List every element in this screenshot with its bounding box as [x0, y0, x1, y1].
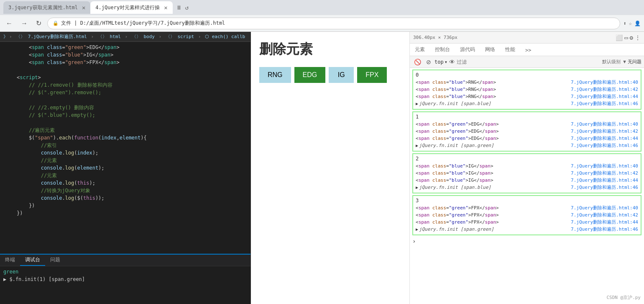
devtools-panel: 306.40px × 736px ⬜ ▭ ⚙ ⋮ 元素 控制台 源代码 网络 性… — [410, 32, 644, 304]
refresh-icon[interactable]: ↺ — [185, 4, 189, 11]
console-entry: <span class="green">EDG</span> 7.jQuery删… — [416, 121, 638, 128]
entry-link[interactable]: 7.jQuery删除和遍历.html:44 — [571, 135, 638, 142]
console-output: green ▶ $.fn.init(1) [span.green] — [0, 266, 250, 304]
console-entry: <span class="green">FPX</span> 7.jQuery删… — [416, 211, 638, 219]
rng-button[interactable]: RNG — [259, 67, 291, 83]
more-icon[interactable]: ⋮ — [635, 34, 641, 41]
tab-2-close[interactable]: ✕ — [164, 4, 167, 11]
entry-link[interactable]: 7.jQuery删除和遍历.html:46 — [571, 226, 638, 232]
entry-text: <span class="blue">IG</span> — [416, 163, 493, 169]
tab-1[interactable]: 3.jquery获取元素属性.html ✕ — [3, 1, 90, 14]
code-line: //元素 — [0, 157, 250, 164]
device-icon[interactable]: ▭ — [624, 34, 628, 41]
inspect-icon[interactable]: ⬜ — [616, 34, 623, 41]
console-prompt: › — [410, 237, 644, 245]
entry-link[interactable]: 7.jQuery删除和遍历.html:42 — [571, 170, 638, 176]
console-entry: ▶jQuery.fn.init [span.blue] 7.jQuery删除和遍… — [416, 184, 638, 191]
code-line: <span class="green">EDG</span> — [0, 44, 250, 51]
code-line: // //2.empty() 删除内容 — [0, 104, 250, 111]
entry-link[interactable]: 7.jQuery删除和遍历.html:40 — [571, 121, 638, 127]
debug-tab[interactable]: 调试台 — [20, 255, 45, 266]
code-line: <script> — [0, 74, 250, 81]
issues-tab[interactable]: 问题 — [45, 255, 65, 266]
settings-icon[interactable]: ⚙ — [630, 34, 633, 41]
entry-link[interactable]: 7.jQuery删除和遍历.html:44 — [571, 219, 638, 225]
entry-italic: jQuery.fn.init [span.green] — [419, 227, 494, 232]
group-index-1: 1 — [416, 114, 638, 120]
level-label[interactable]: 默认级别 ▼ — [602, 59, 626, 65]
main-area: 》› 〈〉 7.jQuery删除和遍历.html › 〈〉 html › 〈〉 … — [0, 32, 644, 304]
bookmark-icon[interactable]: ☆ — [629, 21, 632, 26]
entry-link[interactable]: 7.jQuery删除和遍历.html:40 — [571, 163, 638, 169]
elements-tab[interactable]: 元素 — [410, 44, 430, 56]
code-line: console.log(element); — [0, 164, 250, 172]
entry-text: <span class="blue">RNG</span> — [416, 87, 496, 92]
more-tabs[interactable]: >> — [520, 46, 536, 56]
dimensions-text: 306.40px × 736px — [413, 35, 457, 40]
sources-tab[interactable]: 源代码 — [455, 44, 480, 56]
no-errors-button[interactable]: ⊘ — [424, 58, 433, 66]
network-tab[interactable]: 网络 — [480, 44, 500, 56]
ig-button[interactable]: IG — [329, 67, 354, 83]
expand-icon[interactable]: ▶ — [416, 143, 418, 148]
prompt-input[interactable] — [417, 238, 641, 244]
console-entry: <span class="blue">RNG</span> 7.jQuery删除… — [416, 86, 638, 93]
tab-1-close[interactable]: ✕ — [82, 4, 85, 11]
console-group-2: 2 <span class="blue">IG</span> 7.jQuery删… — [412, 153, 641, 193]
console-entry: <span class="blue">IG</span> 7.jQuery删除和… — [416, 177, 638, 184]
entry-link[interactable]: 7.jQuery删除和遍历.html:40 — [571, 79, 638, 85]
tab-2[interactable]: 4.jQuery对元素样式进行操 ✕ — [90, 1, 172, 14]
entry-text: <span class="green">FPX</span> — [416, 212, 499, 218]
entry-italic: jQuery.fn.init [span.blue] — [419, 185, 491, 190]
code-line: console.log(this); — [0, 179, 250, 187]
entry-link[interactable]: 7.jQuery删除和遍历.html:42 — [571, 86, 638, 93]
console-entry: <span class="blue">RNG</span> 7.jQuery删除… — [416, 79, 638, 86]
forward-button[interactable]: → — [18, 18, 30, 29]
expand-icon[interactable]: ▶ — [416, 185, 418, 190]
group-index-3: 3 — [416, 198, 638, 204]
console-tab-bar: 终端 调试台 问题 — [0, 255, 250, 266]
code-line: $("span").each(function(index,element){ — [0, 134, 250, 142]
code-line: //转换为jQuery对象 — [0, 187, 250, 194]
issues-button[interactable]: 无问题 — [628, 59, 641, 65]
console-group-0: 0 <span class="blue">RNG</span> 7.jQuery… — [412, 70, 641, 110]
performance-tab[interactable]: 性能 — [500, 44, 520, 56]
code-line: //遍历元素 — [0, 126, 250, 134]
entry-text: <span class="green">EDG</span> — [416, 129, 499, 134]
devtools-top-bar: 306.40px × 736px ⬜ ▭ ⚙ ⋮ — [410, 32, 644, 44]
pause-icon[interactable]: ⏸ — [176, 4, 182, 11]
page-title: 删除元素 — [259, 40, 401, 59]
top-dropdown[interactable]: top ▾ — [434, 59, 447, 65]
entry-link[interactable]: 7.jQuery删除和遍历.html:42 — [571, 128, 638, 134]
share-icon[interactable]: ⬆ — [624, 21, 626, 26]
entry-text: <span class="green">EDG</span> — [416, 121, 499, 127]
code-editor: <span class="green">EDG</span> <span cla… — [0, 42, 250, 254]
address-bar[interactable]: 🔒 文件 | D:/桌面/HTMLtest/jQuery学习/7.jQuery删… — [47, 18, 620, 29]
terminal-tab[interactable]: 终端 — [0, 255, 20, 266]
clear-console-button[interactable]: 🚫 — [412, 58, 423, 66]
browser-chrome: 3.jquery获取元素属性.html ✕ 4.jQuery对元素样式进行操 ✕… — [0, 0, 644, 32]
entry-link[interactable]: 7.jQuery删除和遍历.html:40 — [571, 205, 638, 211]
expand-icon[interactable]: ▶ — [416, 227, 418, 232]
entry-link[interactable]: 7.jQuery删除和遍历.html:46 — [571, 184, 638, 191]
entry-link[interactable]: 7.jQuery删除和遍历.html:44 — [571, 93, 638, 100]
eye-icon[interactable]: 👁 — [449, 59, 455, 65]
code-line — [0, 66, 250, 74]
console-tab[interactable]: 控制台 — [430, 44, 455, 56]
entry-link[interactable]: 7.jQuery删除和遍历.html:46 — [571, 142, 638, 149]
entry-link[interactable]: 7.jQuery删除和遍历.html:44 — [571, 177, 638, 183]
code-line: //索引 — [0, 142, 250, 149]
edg-button[interactable]: EDG — [294, 67, 326, 83]
profile-icon[interactable]: 👤 — [634, 21, 641, 26]
tab-1-label: 3.jquery获取元素属性.html — [8, 4, 78, 11]
back-button[interactable]: ← — [3, 18, 15, 29]
group-index-0: 0 — [416, 72, 638, 78]
refresh-button[interactable]: ↻ — [33, 18, 44, 29]
entry-link[interactable]: 7.jQuery删除和遍历.html:46 — [571, 100, 638, 107]
entry-link[interactable]: 7.jQuery删除和遍历.html:42 — [571, 212, 638, 218]
code-line: }) — [0, 202, 250, 209]
expand-icon[interactable]: ▶ — [416, 101, 418, 106]
filter-input[interactable] — [457, 59, 601, 65]
code-line: <span class="green">FPX</span> — [0, 59, 250, 66]
fpx-button[interactable]: FPX — [357, 67, 387, 83]
